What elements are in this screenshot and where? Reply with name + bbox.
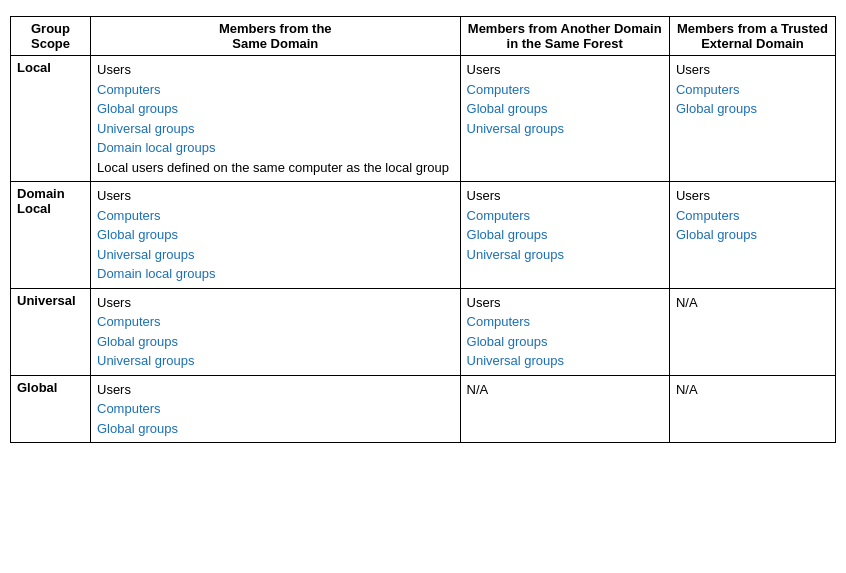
list-item: Computers [467,312,663,332]
list-item: Universal groups [97,119,454,139]
list-item: Users [467,293,663,313]
list-item: N/A [467,380,663,400]
list-item: Domain local groups [97,264,454,284]
list-item: Users [676,186,829,206]
list-item: Universal groups [97,351,454,371]
list-item: Global groups [97,332,454,352]
another-domain-cell-3: N/A [460,375,669,443]
list-item: Computers [676,80,829,100]
list-item: Computers [676,206,829,226]
list-item: Users [676,60,829,80]
list-item: Universal groups [467,245,663,265]
list-item: Users [97,293,454,313]
scope-cell-2: Universal [11,288,91,375]
another-domain-cell-2: UsersComputersGlobal groupsUniversal gro… [460,288,669,375]
list-item: Users [97,186,454,206]
list-item: Users [467,60,663,80]
list-item: Global groups [676,225,829,245]
list-item: Global groups [467,225,663,245]
trusted-domain-cell-1: UsersComputersGlobal groups [669,182,835,289]
trusted-domain-cell-2: N/A [669,288,835,375]
list-item: Global groups [97,99,454,119]
list-item: Global groups [467,99,663,119]
list-item: Domain local groups [97,138,454,158]
group-scope-table: GroupScope Members from theSame Domain M… [10,16,836,443]
list-item: Local users defined on the same computer… [97,158,454,178]
same-domain-cell-3: UsersComputersGlobal groups [91,375,461,443]
another-domain-cell-1: UsersComputersGlobal groupsUniversal gro… [460,182,669,289]
list-item: Computers [97,312,454,332]
list-item: Users [97,380,454,400]
list-item: Universal groups [467,119,663,139]
header-trusted-domain: Members from a TrustedExternal Domain [669,17,835,56]
list-item: Users [467,186,663,206]
trusted-domain-cell-3: N/A [669,375,835,443]
list-item: Universal groups [467,351,663,371]
same-domain-cell-2: UsersComputersGlobal groupsUniversal gro… [91,288,461,375]
list-item: Computers [97,206,454,226]
another-domain-cell-0: UsersComputersGlobal groupsUniversal gro… [460,56,669,182]
list-item: Computers [97,399,454,419]
list-item: Global groups [676,99,829,119]
list-item: Computers [97,80,454,100]
scope-cell-1: DomainLocal [11,182,91,289]
list-item: Computers [467,206,663,226]
list-item: Computers [467,80,663,100]
list-item: Users [97,60,454,80]
trusted-domain-cell-0: UsersComputersGlobal groups [669,56,835,182]
header-same-domain: Members from theSame Domain [91,17,461,56]
scope-cell-0: Local [11,56,91,182]
list-item: Global groups [97,419,454,439]
scope-cell-3: Global [11,375,91,443]
header-another-domain: Members from Another Domainin the Same F… [460,17,669,56]
same-domain-cell-1: UsersComputersGlobal groupsUniversal gro… [91,182,461,289]
header-group-scope: GroupScope [11,17,91,56]
list-item: Global groups [467,332,663,352]
same-domain-cell-0: UsersComputersGlobal groupsUniversal gro… [91,56,461,182]
list-item: Global groups [97,225,454,245]
list-item: N/A [676,293,829,313]
list-item: N/A [676,380,829,400]
list-item: Universal groups [97,245,454,265]
